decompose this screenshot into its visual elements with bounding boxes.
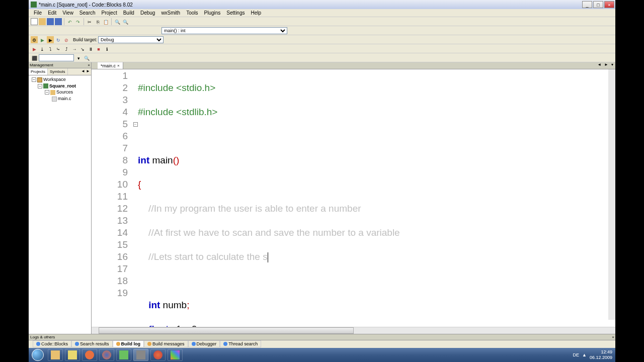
copy-icon[interactable]: ⎘ (94, 18, 101, 25)
line-gutter: 12345678910111213141516171819 (92, 69, 133, 327)
menu-tools[interactable]: Tools (183, 9, 201, 17)
redo-icon[interactable]: ↷ (74, 18, 82, 25)
build-icon[interactable]: ⚙ (31, 36, 38, 43)
logs-header: Logs & others × (29, 334, 615, 340)
tab-next-icon[interactable]: ► (603, 62, 609, 67)
paste-icon[interactable]: 📋 (102, 18, 109, 25)
taskbar-item-app1[interactable] (116, 349, 131, 361)
run-icon[interactable]: ▶ (39, 36, 46, 43)
sidebar-nav[interactable]: ◄ ► (80, 68, 91, 75)
project-tree: −Workspace −Square_root −Sources main.c (29, 75, 91, 334)
code-editor[interactable]: 12345678910111213141516171819 − #include… (92, 69, 615, 327)
language-indicator[interactable]: DE (573, 352, 580, 357)
editor-tab-mainc[interactable]: *main.c × (98, 62, 123, 69)
toolbar-compiler: ⚙ ▶ ▶ ↻ ⊘ Build target: Debug (29, 35, 615, 44)
code-content[interactable]: #include <stdio.h> #include <stdlib.h> i… (138, 69, 615, 327)
cut-icon[interactable]: ✂ (86, 18, 93, 25)
vertical-scrollbar[interactable] (608, 69, 615, 320)
menu-view[interactable]: View (59, 9, 76, 17)
undo-icon[interactable]: ↶ (66, 18, 73, 25)
tray-icon[interactable]: ▲ (582, 352, 587, 357)
debug-start-icon[interactable]: ▶ (31, 45, 38, 52)
tab-search-results[interactable]: Search results (71, 340, 113, 347)
start-button[interactable] (29, 348, 47, 362)
management-header: Management × (29, 62, 91, 68)
highlight-icon[interactable]: ⬛ (31, 54, 38, 61)
taskbar-item-notepad[interactable] (65, 349, 80, 361)
scope-combo[interactable]: main() : int (162, 27, 287, 34)
menu-debug[interactable]: Debug (137, 9, 158, 17)
menu-wxsmith[interactable]: wxSmith (158, 9, 183, 17)
tab-close-icon[interactable]: × (117, 63, 120, 68)
tab-list-icon[interactable]: ▾ (610, 62, 614, 67)
toolbar-debugger: ▶ ⤓ ⤵ ⤷ ⤴ → ↘ ⏸ ■ ℹ (29, 44, 615, 53)
search-input[interactable] (39, 54, 74, 61)
debug-break-icon[interactable]: ⏸ (87, 45, 94, 52)
menu-search[interactable]: Search (76, 9, 99, 17)
management-close-icon[interactable]: × (88, 63, 90, 67)
minimize-button[interactable]: _ (582, 1, 592, 8)
tree-file-mainc[interactable]: main.c (30, 96, 90, 102)
search-go-icon[interactable]: 🔍 (83, 54, 90, 61)
debug-next-icon[interactable]: ⤵ (47, 45, 54, 52)
tab-debugger[interactable]: Debugger (188, 340, 220, 347)
menu-project[interactable]: Project (99, 9, 120, 17)
build-target-combo[interactable]: Debug (98, 36, 164, 43)
tree-folder-sources[interactable]: −Sources (30, 89, 90, 96)
taskbar: DE ▲ 12:49 06.12.2009 (29, 348, 615, 362)
clock[interactable]: 12:49 06.12.2009 (590, 349, 612, 360)
debug-run-cursor-icon[interactable]: ⤓ (39, 45, 46, 52)
taskbar-item-app3[interactable] (168, 349, 183, 361)
taskbar-item-codeblocks[interactable] (133, 349, 148, 361)
menu-edit[interactable]: Edit (45, 9, 59, 17)
save-all-icon[interactable] (55, 18, 62, 25)
open-file-icon[interactable] (39, 18, 46, 25)
debug-info-icon[interactable]: ℹ (103, 45, 110, 52)
horizontal-scrollbar[interactable] (92, 327, 615, 334)
fold-column: − (133, 69, 138, 327)
tab-symbols[interactable]: Symbols (48, 68, 68, 75)
taskbar-item-wmp[interactable] (82, 349, 97, 361)
close-button[interactable]: × (604, 1, 614, 8)
tab-prev-icon[interactable]: ◄ (596, 62, 602, 67)
menu-file[interactable]: File (31, 9, 45, 17)
menu-plugins[interactable]: Plugins (201, 9, 224, 17)
debug-stepout-icon[interactable]: ⤴ (63, 45, 70, 52)
new-file-icon[interactable] (31, 18, 38, 25)
menu-build[interactable]: Build (120, 9, 137, 17)
tab-codeblocks[interactable]: Code::Blocks (33, 340, 71, 347)
search-options-icon[interactable]: ▾ (75, 54, 82, 61)
management-panel: Management × Projects Symbols ◄ ► −Works… (29, 62, 92, 334)
find-icon[interactable]: 🔍 (114, 18, 121, 25)
window-titlebar: *main.c [Square_root] - Code::Blocks 8.0… (29, 0, 615, 9)
fold-toggle-icon[interactable]: − (133, 122, 138, 127)
tab-build-log[interactable]: Build log (113, 340, 144, 347)
debug-stop-icon[interactable]: ■ (95, 45, 102, 52)
tab-projects[interactable]: Projects (29, 68, 48, 75)
tree-workspace[interactable]: −Workspace (30, 76, 90, 83)
taskbar-item-explorer[interactable] (48, 349, 63, 361)
taskbar-item-firefox[interactable] (99, 349, 114, 361)
replace-icon[interactable]: 🔍 (122, 18, 129, 25)
build-run-icon[interactable]: ▶ (47, 36, 54, 43)
debug-step-instr-icon[interactable]: ↘ (79, 45, 86, 52)
editor-area: *main.c × ◄ ► ▾ 123456789101112131415161… (92, 62, 615, 334)
menu-settings[interactable]: Settings (223, 9, 248, 17)
toolbar-main: ↶ ↷ ✂ ⎘ 📋 🔍 🔍 (29, 17, 615, 26)
tree-project[interactable]: −Square_root (30, 83, 90, 89)
toolbar-scope: main() : int (29, 26, 615, 35)
save-icon[interactable] (47, 18, 54, 25)
tab-build-messages[interactable]: Build messages (144, 340, 188, 347)
maximize-button[interactable]: □ (593, 1, 603, 8)
window-title: *main.c [Square_root] - Code::Blocks 8.0… (39, 2, 133, 8)
tab-thread-search[interactable]: Thread search (220, 340, 261, 347)
logs-close-icon[interactable]: × (612, 335, 614, 339)
abort-icon[interactable]: ⊘ (63, 36, 70, 43)
rebuild-icon[interactable]: ↻ (55, 36, 62, 43)
debug-next-instr-icon[interactable]: → (71, 45, 78, 52)
build-target-label: Build target: (73, 37, 97, 42)
menubar: File Edit View Search Project Build Debu… (29, 9, 615, 17)
taskbar-item-app2[interactable] (150, 349, 166, 361)
menu-help[interactable]: Help (248, 9, 265, 17)
debug-step-icon[interactable]: ⤷ (55, 45, 62, 52)
